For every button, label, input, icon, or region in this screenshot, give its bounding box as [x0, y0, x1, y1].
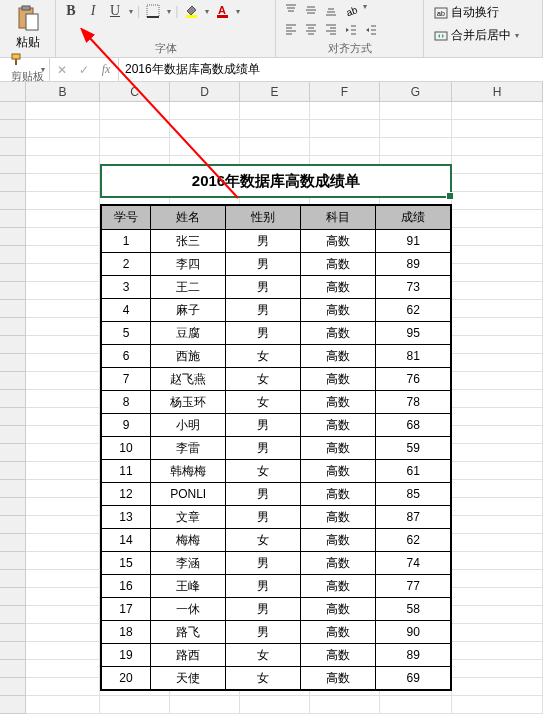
cell[interactable] — [26, 390, 100, 408]
table-cell[interactable]: 西施 — [150, 345, 225, 368]
cell[interactable] — [452, 570, 543, 588]
table-cell[interactable]: 男 — [226, 230, 301, 253]
table-cell[interactable]: 高数 — [301, 299, 376, 322]
chevron-down-icon[interactable]: ▾ — [236, 7, 240, 16]
data-table[interactable]: 学号姓名性别科目成绩 1张三男高数912李四男高数893王二男高数734麻子男高… — [100, 204, 452, 691]
table-cell[interactable]: 5 — [101, 322, 150, 345]
align-top-button[interactable] — [282, 2, 300, 18]
table-cell[interactable]: 61 — [376, 460, 451, 483]
cell[interactable] — [452, 210, 543, 228]
table-cell[interactable]: 3 — [101, 276, 150, 299]
table-cell[interactable]: 13 — [101, 506, 150, 529]
table-row[interactable]: 16王峰男高数77 — [101, 575, 451, 598]
table-cell[interactable]: 小明 — [150, 414, 225, 437]
cell[interactable] — [26, 174, 100, 192]
cell[interactable] — [26, 642, 100, 660]
table-cell[interactable]: 女 — [226, 460, 301, 483]
table-cell[interactable]: 高数 — [301, 483, 376, 506]
table-cell[interactable]: 高数 — [301, 345, 376, 368]
table-cell[interactable]: 高数 — [301, 368, 376, 391]
table-row[interactable]: 6西施女高数81 — [101, 345, 451, 368]
cell[interactable] — [26, 264, 100, 282]
table-cell[interactable]: 62 — [376, 529, 451, 552]
cell[interactable] — [26, 624, 100, 642]
cell[interactable] — [452, 192, 543, 210]
cell[interactable] — [26, 426, 100, 444]
align-bottom-button[interactable] — [322, 2, 340, 18]
row-header[interactable] — [0, 192, 26, 210]
cell[interactable] — [26, 696, 100, 714]
cell[interactable] — [170, 120, 240, 138]
row-header[interactable] — [0, 696, 26, 714]
cell[interactable] — [26, 192, 100, 210]
table-cell[interactable]: 路西 — [150, 644, 225, 667]
cell[interactable] — [100, 102, 170, 120]
table-cell[interactable]: 6 — [101, 345, 150, 368]
table-cell[interactable]: 李四 — [150, 253, 225, 276]
table-cell[interactable]: 高数 — [301, 460, 376, 483]
table-cell[interactable]: 男 — [226, 253, 301, 276]
column-header[interactable]: E — [240, 82, 310, 101]
cell[interactable] — [26, 570, 100, 588]
table-cell[interactable]: 男 — [226, 621, 301, 644]
table-cell[interactable]: 高数 — [301, 414, 376, 437]
column-header[interactable]: B — [26, 82, 100, 101]
row-header[interactable] — [0, 102, 26, 120]
font-color-button[interactable]: A — [213, 2, 231, 20]
cell[interactable] — [452, 120, 543, 138]
table-cell[interactable]: 高数 — [301, 253, 376, 276]
cell[interactable] — [452, 588, 543, 606]
cell[interactable] — [26, 354, 100, 372]
table-cell[interactable]: 男 — [226, 299, 301, 322]
cell[interactable] — [240, 102, 310, 120]
table-row[interactable]: 18路飞男高数90 — [101, 621, 451, 644]
table-row[interactable]: 14梅梅女高数62 — [101, 529, 451, 552]
table-row[interactable]: 13文章男高数87 — [101, 506, 451, 529]
table-cell[interactable]: 14 — [101, 529, 150, 552]
cell[interactable] — [452, 390, 543, 408]
cell[interactable] — [452, 336, 543, 354]
row-header[interactable] — [0, 300, 26, 318]
cell[interactable] — [26, 552, 100, 570]
table-cell[interactable]: 高数 — [301, 621, 376, 644]
cell[interactable] — [452, 480, 543, 498]
table-cell[interactable]: 1 — [101, 230, 150, 253]
table-cell[interactable]: 87 — [376, 506, 451, 529]
chevron-down-icon[interactable]: ▾ — [205, 7, 209, 16]
cell[interactable] — [452, 606, 543, 624]
cell[interactable] — [26, 102, 100, 120]
cell[interactable] — [452, 372, 543, 390]
chevron-down-icon[interactable]: ▾ — [167, 7, 171, 16]
table-row[interactable]: 3王二男高数73 — [101, 276, 451, 299]
decrease-indent-button[interactable] — [342, 21, 360, 39]
table-cell[interactable]: 59 — [376, 437, 451, 460]
cell[interactable] — [452, 228, 543, 246]
row-header[interactable] — [0, 534, 26, 552]
cell[interactable] — [380, 120, 452, 138]
table-cell[interactable]: 赵飞燕 — [150, 368, 225, 391]
table-cell[interactable]: 男 — [226, 575, 301, 598]
cell[interactable] — [452, 282, 543, 300]
table-row[interactable]: 2李四男高数89 — [101, 253, 451, 276]
table-cell[interactable]: 一休 — [150, 598, 225, 621]
cell[interactable] — [26, 480, 100, 498]
column-header[interactable]: F — [310, 82, 380, 101]
table-cell[interactable]: 李雷 — [150, 437, 225, 460]
align-right-button[interactable] — [322, 21, 340, 37]
cell[interactable] — [26, 300, 100, 318]
cancel-button[interactable]: ✕ — [54, 63, 70, 77]
table-cell[interactable]: 高数 — [301, 230, 376, 253]
italic-button[interactable]: I — [84, 2, 102, 20]
table-cell[interactable]: 麻子 — [150, 299, 225, 322]
table-cell[interactable]: 女 — [226, 529, 301, 552]
table-cell[interactable]: 78 — [376, 391, 451, 414]
table-header[interactable]: 姓名 — [150, 205, 225, 230]
table-cell[interactable]: 74 — [376, 552, 451, 575]
cell[interactable] — [452, 318, 543, 336]
cell[interactable] — [26, 282, 100, 300]
cell[interactable] — [26, 678, 100, 696]
row-header[interactable] — [0, 210, 26, 228]
table-cell[interactable]: 89 — [376, 644, 451, 667]
row-header[interactable] — [0, 480, 26, 498]
table-cell[interactable]: 韩梅梅 — [150, 460, 225, 483]
